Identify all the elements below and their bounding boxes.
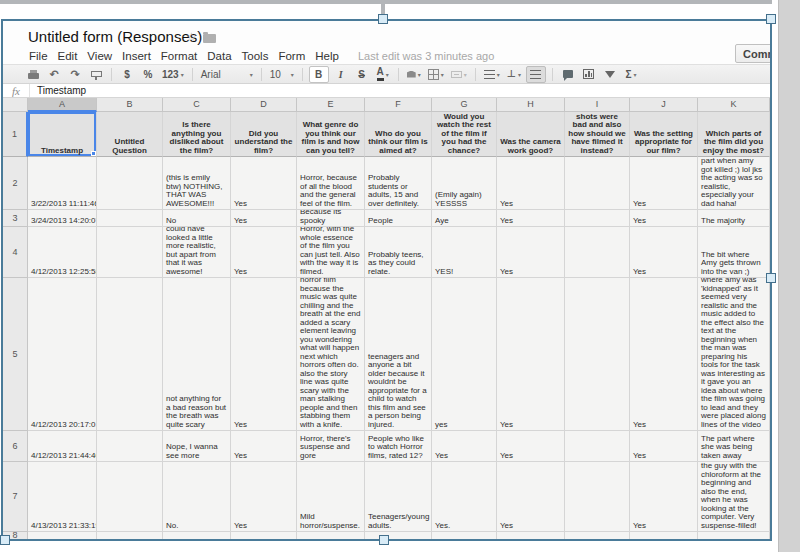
column-header-I[interactable]: I [565, 98, 630, 112]
cell-C6[interactable]: Nope, I wanna see more [163, 431, 231, 462]
cell-D4[interactable]: Yes [231, 227, 297, 278]
column-header-D[interactable]: D [231, 98, 297, 112]
cell-E6[interactable]: Horror, there's suspense and gore [297, 431, 365, 462]
bold-button[interactable]: B [309, 66, 329, 83]
menu-view[interactable]: View [82, 50, 117, 62]
cell-D2[interactable]: Yes [231, 157, 297, 210]
horizontal-align-button[interactable]: ▾ [482, 67, 502, 82]
cell-D5[interactable]: Yes [231, 278, 297, 431]
cell-J7[interactable]: Yes [630, 462, 698, 532]
column-header-A[interactable]: A [28, 98, 97, 112]
cell-D6[interactable]: Yes [231, 431, 297, 462]
resize-handle-right[interactable] [766, 273, 776, 283]
borders-button[interactable]: ▾ [426, 67, 446, 82]
cell-F2[interactable]: Probably students or adults, 15 and over… [365, 157, 432, 210]
cell-C4[interactable]: Maybe the blood could have looked a litt… [163, 227, 231, 278]
header-cell-K1[interactable]: Which parts of the film did you enjoy th… [698, 112, 770, 157]
cell-B7[interactable] [97, 462, 163, 532]
menu-format[interactable]: Format [156, 50, 202, 62]
insert-comment-button[interactable] [559, 67, 577, 82]
cell-G2[interactable]: (Emily again) YESSSS [432, 157, 497, 210]
functions-button[interactable]: Σ▾ [622, 67, 640, 82]
fill-handle[interactable] [91, 151, 96, 156]
header-cell-H1[interactable]: Was the camera work good? [497, 112, 565, 157]
formula-input[interactable]: Timestamp [30, 85, 86, 96]
cell-B5[interactable] [97, 278, 163, 431]
cell-H3[interactable]: Yes [497, 210, 565, 227]
menu-help[interactable]: Help [310, 50, 344, 62]
cell-D8[interactable] [231, 532, 297, 540]
menu-edit[interactable]: Edit [53, 50, 83, 62]
fill-color-button[interactable]: ▾ [405, 67, 423, 82]
cell-K3[interactable]: The majority [698, 210, 770, 227]
cell-I3[interactable] [565, 210, 630, 227]
cell-H5[interactable]: Yes [497, 278, 565, 431]
cell-H2[interactable]: Yes [497, 157, 565, 210]
italic-button[interactable]: I [332, 67, 350, 82]
cell-I8[interactable] [565, 532, 630, 540]
cell-B3[interactable] [97, 210, 163, 227]
row-number-5[interactable]: 5 [3, 278, 28, 431]
cell-E7[interactable]: Mild horror/suspense. [297, 462, 365, 532]
comment-button[interactable]: Comment [735, 44, 770, 63]
cell-B8[interactable] [97, 532, 163, 540]
font-size-select[interactable]: 10▾ [268, 67, 296, 82]
cell-A5[interactable]: 4/12/2013 20:17:01 [28, 278, 97, 431]
cell-J6[interactable]: Yes [630, 431, 698, 462]
cell-H8[interactable] [497, 532, 565, 540]
number-format-button[interactable]: 123▾ [160, 67, 186, 82]
menu-data[interactable]: Data [202, 50, 236, 62]
cell-K8[interactable] [698, 532, 770, 540]
percent-format-button[interactable]: % [139, 67, 157, 82]
cell-B6[interactable] [97, 431, 163, 462]
cell-I5[interactable] [565, 278, 630, 431]
cell-K6[interactable]: The part where she was being taken away [698, 431, 770, 462]
header-cell-G1[interactable]: Would you watch the rest of the film if … [432, 112, 497, 157]
cell-J3[interactable]: Yes [630, 210, 698, 227]
cell-I7[interactable] [565, 462, 630, 532]
cell-B2[interactable] [97, 157, 163, 210]
header-cell-D1[interactable]: Did you understand the film? [231, 112, 297, 157]
cell-C8[interactable] [163, 532, 231, 540]
cell-C2[interactable]: (this is emily btw) NOTHING, THAT WAS AW… [163, 157, 231, 210]
resize-handle-bottom[interactable] [379, 535, 389, 545]
column-header-G[interactable]: G [432, 98, 497, 112]
vertical-align-button[interactable]: ⊥▾ [505, 67, 523, 82]
column-header-B[interactable]: B [97, 98, 163, 112]
row-number-2[interactable]: 2 [3, 157, 28, 210]
resize-handle-top-right[interactable] [766, 14, 776, 24]
menu-tools[interactable]: Tools [237, 50, 274, 62]
star-icon[interactable]: ☆ [186, 30, 197, 44]
font-family-select[interactable]: Arial▾ [199, 67, 255, 82]
cell-K2[interactable]: (Emily again) The part when amy got kill… [698, 157, 770, 210]
header-cell-I1[interactable]: If no, which shots were bad and also how… [565, 112, 630, 157]
resize-handle-top[interactable] [378, 14, 388, 24]
header-cell-J1[interactable]: Was the setting appropriate for our film… [630, 112, 698, 157]
cell-H6[interactable]: Yes [497, 431, 565, 462]
undo-button[interactable]: ↶ [45, 67, 63, 82]
column-header-K[interactable]: K [698, 98, 770, 112]
cell-G7[interactable]: Yes. [432, 462, 497, 532]
cell-H7[interactable]: Yes [497, 462, 565, 532]
cell-G6[interactable]: Yes [432, 431, 497, 462]
row-number-1[interactable]: 1 [3, 112, 28, 157]
cell-A6[interactable]: 4/12/2013 21:44:40 [28, 431, 97, 462]
cell-C5[interactable]: not anything for a bad reason but the br… [163, 278, 231, 431]
cell-A4[interactable]: 4/12/2013 12:25:58 [28, 227, 97, 278]
cell-G8[interactable] [432, 532, 497, 540]
row-number-3[interactable]: 3 [3, 210, 28, 227]
cell-C7[interactable]: No. [163, 462, 231, 532]
text-wrap-button[interactable] [526, 66, 546, 83]
cell-F5[interactable]: teenagers and anyone a bit older because… [365, 278, 432, 431]
cell-E8[interactable] [297, 532, 365, 540]
filter-button[interactable] [601, 67, 619, 82]
cell-A7[interactable]: 4/13/2013 21:33:19 [28, 462, 97, 532]
cell-I4[interactable] [565, 227, 630, 278]
cell-D7[interactable]: Yes [231, 462, 297, 532]
paint-format-button[interactable] [87, 67, 105, 82]
column-header-F[interactable]: F [365, 98, 432, 112]
cell-A3[interactable]: 3/24/2013 14:20:07 [28, 210, 97, 227]
resize-handle-bottom-left[interactable] [0, 535, 10, 545]
row-number-6[interactable]: 6 [3, 431, 28, 462]
text-color-button[interactable]: A▾ [374, 67, 392, 82]
